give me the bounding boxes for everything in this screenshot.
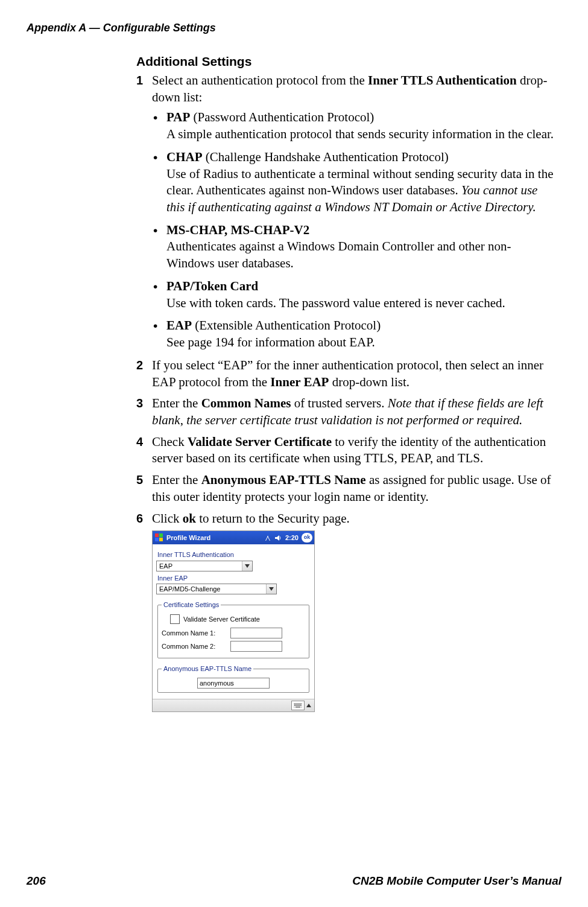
svg-rect-8 [298,704,299,705]
common-name-2-input[interactable] [230,641,282,652]
page-number: 206 [27,874,46,888]
step-1-text-a: Select an authentication protocol from t… [152,73,368,88]
start-icon[interactable] [154,533,164,543]
bullet-chap: CHAP (Challenge Handshake Authentication… [152,149,558,216]
svg-rect-12 [296,705,297,707]
sip-bar [153,699,314,711]
step-3: Enter the Common Names of trusted server… [136,395,558,428]
svg-rect-5 [294,704,296,705]
step-6-b: ok [183,511,196,526]
anonymous-eap-ttls-legend: Anonymous EAP-TTLS Name [162,664,253,673]
step-6-a: Click [152,511,183,526]
pap-body: A simple authentication protocol that se… [166,127,554,141]
pap-paren: (Password Authentication Protocol) [190,110,374,124]
step-3-b: Common Names [201,396,291,410]
svg-rect-15 [299,705,300,707]
pap-title: PAP [166,110,190,124]
svg-rect-7 [297,704,298,705]
common-name-2-label: Common Name 2: [162,642,230,651]
anonymous-name-input[interactable]: anonymous [197,678,270,689]
page-footer: 206 CN2B Mobile Computer User’s Manual [27,874,561,888]
svg-rect-6 [296,704,297,705]
chevron-down-icon [242,561,252,571]
svg-rect-11 [294,705,296,707]
chap-paren: (Challenge Handshake Authentication Prot… [203,150,449,164]
inner-eap-label: Inner EAP [157,574,311,583]
anonymous-eap-ttls-group: Anonymous EAP-TTLS Name anonymous [157,664,309,693]
paptoken-body: Use with token cards. The password value… [166,296,505,310]
step-1: Select an authentication protocol from t… [136,72,558,351]
window-title: Profile Wizard [166,533,210,543]
running-header: Appendix A — Configurable Settings [27,22,216,34]
inner-eap-value: EAP/MD5-Challenge [157,585,223,594]
svg-rect-3 [159,538,163,541]
step-5-b: Anonymous EAP-TTLS Name [201,473,366,487]
mschap-body: Authenticates against a Windows Domain C… [166,239,511,270]
chevron-up-icon[interactable] [306,701,312,710]
svg-rect-2 [155,538,159,541]
svg-rect-10 [300,704,302,705]
step-5: Enter the Anonymous EAP-TTLS Name as ass… [136,472,558,505]
volume-icon[interactable] [274,534,282,542]
clock-text[interactable]: 2:20 [285,533,299,543]
eap-body: See page 194 for information about EAP. [166,335,375,349]
inner-ttls-auth-dropdown[interactable]: EAP [156,561,253,571]
bullet-eap: EAP (Extensible Authentication Protocol)… [152,317,558,351]
svg-rect-17 [296,707,300,707]
svg-rect-1 [159,533,163,537]
step-4-b: Validate Server Certificate [188,434,332,449]
step-1-bold: Inner TTLS Authentication [368,73,517,88]
profile-wizard-screenshot: Profile Wizard 2:20 ok Inner TTLS Authen… [152,530,315,712]
inner-eap-dropdown[interactable]: EAP/MD5-Challenge [156,584,277,594]
common-name-1-input[interactable] [230,628,282,638]
book-title: CN2B Mobile Computer User’s Manual [352,874,561,888]
eap-title: EAP [166,318,192,333]
chevron-down-icon [266,584,276,594]
step-4: Check Validate Server Certificate to ver… [136,434,558,467]
step-3-a: Enter the [152,396,201,410]
common-name-1-label: Common Name 1: [162,629,230,638]
bullet-pap: PAP (Password Authentication Protocol) A… [152,109,558,142]
eap-paren: (Extensible Authentication Protocol) [192,318,381,333]
step-6: Click ok to return to the Security page.… [136,511,558,713]
bullet-paptoken: PAP/Token Card Use with token cards. The… [152,278,558,311]
validate-server-cert-label: Validate Server Certificate [183,615,260,624]
svg-rect-16 [300,705,302,707]
paptoken-title: PAP/Token Card [166,279,258,293]
mschap-title: MS-CHAP, MS-CHAP-V2 [166,223,309,237]
main-content: Additional Settings Select an authentica… [136,54,558,717]
bullet-mschap: MS-CHAP, MS-CHAP-V2 Authenticates agains… [152,222,558,272]
inner-ttls-auth-value: EAP [157,562,175,571]
svg-rect-13 [297,705,298,707]
step-3-c: of trusted servers. [291,396,387,410]
validate-server-cert-checkbox[interactable] [170,614,180,624]
chap-title: CHAP [166,150,203,164]
svg-rect-9 [299,704,300,705]
step-2-c: drop-down list. [329,375,409,389]
step-4-a: Check [152,434,188,449]
step-2-b: Inner EAP [270,375,329,389]
svg-rect-14 [298,705,299,707]
window-titlebar: Profile Wizard 2:20 ok [153,531,314,544]
ok-button[interactable]: ok [302,533,312,543]
svg-rect-0 [155,533,159,537]
keyboard-icon[interactable] [291,701,305,710]
section-title: Additional Settings [136,54,558,69]
step-6-c: to return to the Security page. [196,511,350,526]
inner-ttls-auth-label: Inner TTLS Authentication [157,550,311,559]
connectivity-icon[interactable] [264,534,272,542]
certificate-settings-group: Certificate Settings Validate Server Cer… [157,600,309,658]
step-5-a: Enter the [152,473,201,487]
certificate-settings-legend: Certificate Settings [162,600,221,609]
step-2: If you select “EAP” for the inner authen… [136,357,558,390]
